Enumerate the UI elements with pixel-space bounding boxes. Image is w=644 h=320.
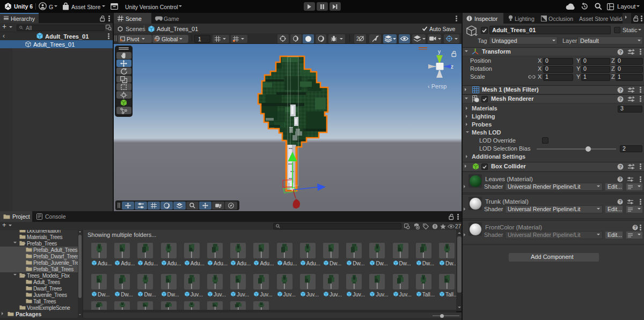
svg-text:?: ?: [619, 177, 621, 182]
svg-text:?: ?: [619, 96, 623, 102]
svg-text:y: y: [438, 49, 441, 55]
svg-text:?: ?: [619, 164, 623, 169]
svg-text:z: z: [451, 64, 453, 70]
svg-text:?: ?: [619, 87, 623, 93]
svg-text:?: ?: [634, 225, 636, 230]
svg-text:?: ?: [619, 49, 623, 55]
svg-text:?: ?: [619, 199, 621, 204]
